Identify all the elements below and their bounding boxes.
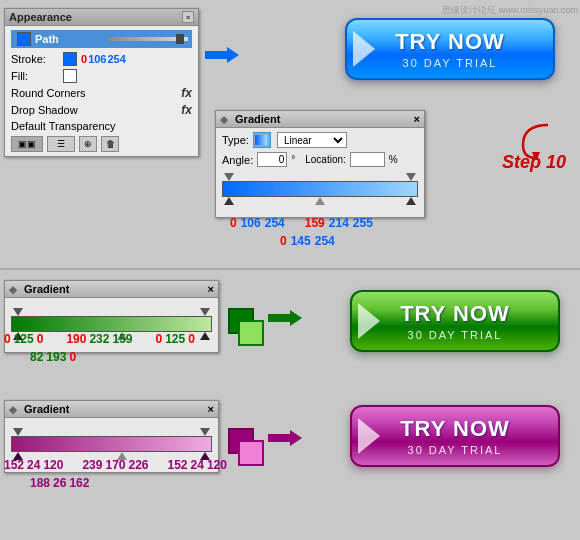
appearance-title: Appearance xyxy=(9,11,72,23)
gradient-top-close-btn[interactable]: × xyxy=(414,113,420,125)
gn-193: 193 xyxy=(46,350,66,364)
stroke-106: 106 xyxy=(88,53,106,65)
pk-226: 226 xyxy=(128,458,148,472)
deg-symbol: ° xyxy=(291,154,295,165)
stop-top-right[interactable] xyxy=(406,173,416,181)
location-label: Location: xyxy=(305,154,346,165)
angle-label: Angle: xyxy=(222,154,253,166)
gradient-pink-title: Gradient xyxy=(24,403,69,415)
gradient-type-row: Type: Linear xyxy=(222,132,418,148)
pk-120b: 120 xyxy=(207,458,227,472)
trans-icon-btn[interactable]: ⊕ xyxy=(79,136,97,152)
fill-row: Fill: xyxy=(11,69,192,83)
fill-color-swatch[interactable] xyxy=(63,69,77,83)
stop-bot-left[interactable] xyxy=(224,197,234,205)
arrow-green xyxy=(268,308,303,330)
transparency-controls: ▣▣ ☰ ⊕ 🗑 xyxy=(11,136,192,152)
pink-square-icon-front xyxy=(238,440,264,466)
svg-marker-3 xyxy=(268,430,302,446)
color-nums-bottom-mid: 0 145 254 xyxy=(280,234,335,248)
diamond-icon-green: ◆ xyxy=(9,284,17,295)
appearance-titlebar: Appearance × xyxy=(5,9,198,26)
try-now-green-button[interactable]: TRY NOW 30 DAY TRIAL xyxy=(350,290,560,352)
gradient-bar-green xyxy=(11,316,212,332)
stroke-row: Stroke: 0 106 254 xyxy=(11,52,192,66)
gradient-green-close-btn[interactable]: × xyxy=(208,283,214,295)
stop-green-top-left[interactable] xyxy=(13,308,23,316)
stroke-254: 254 xyxy=(107,53,125,65)
arrow-pink xyxy=(268,428,303,450)
drop-shadow-label: Drop Shadow xyxy=(11,104,78,116)
round-corners-label: Round Corners xyxy=(11,87,86,99)
stroke-zero: 0 xyxy=(81,53,87,65)
gradient-green-titlebar: ◆ Gradient × xyxy=(5,281,218,298)
color-nums-green-row2: 82 193 0 xyxy=(30,350,76,364)
default-transparency-label: Default Transparency xyxy=(11,120,192,132)
num-0-2: 0 xyxy=(280,234,287,248)
diamond-icon: ◆ xyxy=(220,114,228,125)
pk-152: 152 xyxy=(4,458,24,472)
try-now-green-text: TRY NOW xyxy=(400,301,510,327)
pk-24: 24 xyxy=(27,458,40,472)
gradient-bar-pink xyxy=(11,436,212,452)
appearance-body: Path Stroke: 0 106 254 Fill: Round Corn xyxy=(5,26,198,156)
gn-232: 232 xyxy=(89,332,109,346)
gradient-panel-top: ◆ Gradient × Type: Linear Angle: ° L xyxy=(215,110,425,218)
gradient-type-select[interactable]: Linear xyxy=(277,132,347,148)
num-145: 145 xyxy=(291,234,311,248)
svg-marker-2 xyxy=(268,310,302,326)
pk-120: 120 xyxy=(43,458,63,472)
path-opacity-slider[interactable] xyxy=(108,37,188,41)
round-corners-fx[interactable]: fx xyxy=(181,86,192,100)
stop-top-left[interactable] xyxy=(224,173,234,181)
green-square-icon-front xyxy=(238,320,264,346)
trial-green-text: 30 DAY TRIAL xyxy=(408,329,503,341)
stop-bot-mid[interactable] xyxy=(315,197,325,205)
bottom-section: ◆ Gradient × 0 125 0 xyxy=(0,270,580,540)
num-255: 255 xyxy=(353,216,373,230)
drop-shadow-fx[interactable]: fx xyxy=(181,103,192,117)
gradient-angle-row: Angle: ° Location: % xyxy=(222,152,418,167)
gradient-top-body: Type: Linear Angle: ° Location: % xyxy=(216,128,424,217)
num-254b: 254 xyxy=(315,234,335,248)
try-now-blue-button[interactable]: TRY NOW 30 DAY TRIAL xyxy=(345,18,555,80)
step-label: Step 10 xyxy=(502,152,566,173)
color-nums-bottom-left: 0 106 254 159 214 255 xyxy=(230,216,373,230)
trans-button-2[interactable]: ☰ xyxy=(47,136,75,152)
path-color-swatch[interactable] xyxy=(17,32,31,46)
num-254: 254 xyxy=(265,216,285,230)
num-159: 159 xyxy=(305,216,325,230)
gn-82: 82 xyxy=(30,350,43,364)
gn-0b: 0 xyxy=(37,332,44,346)
location-input[interactable] xyxy=(350,152,385,167)
stop-green-top-right[interactable] xyxy=(200,308,210,316)
gn-0c: 0 xyxy=(156,332,163,346)
pk-239: 239 xyxy=(82,458,102,472)
stroke-color-swatch[interactable] xyxy=(63,52,77,66)
gradient-pink-titlebar: ◆ Gradient × xyxy=(5,401,218,418)
trial-blue-text: 30 DAY TRIAL xyxy=(403,57,498,69)
stop-green-bot-right[interactable] xyxy=(200,332,210,340)
watermark-top: 思缘设计论坛 www.missyuan.com xyxy=(442,4,578,17)
gradient-pink-close-btn[interactable]: × xyxy=(208,403,214,415)
color-nums-pink-row1: 152 24 120 239 170 226 152 24 120 xyxy=(4,458,227,472)
gradient-bar-blue xyxy=(222,181,418,197)
try-now-pink-text: TRY NOW xyxy=(400,416,510,442)
slider-thumb xyxy=(176,34,184,44)
stop-bot-right[interactable] xyxy=(406,197,416,205)
pk-170: 170 xyxy=(105,458,125,472)
stop-pink-top-right[interactable] xyxy=(200,428,210,436)
angle-input[interactable] xyxy=(257,152,287,167)
appearance-close-button[interactable]: × xyxy=(182,11,194,23)
trans-button-1[interactable]: ▣▣ xyxy=(11,136,43,152)
drop-shadow-row: Drop Shadow fx xyxy=(11,103,192,117)
close-icon: × xyxy=(186,13,191,22)
num-0-1: 0 xyxy=(230,216,237,230)
try-now-pink-button[interactable]: TRY NOW 30 DAY TRIAL xyxy=(350,405,560,467)
gradient-top-titlebar: ◆ Gradient × xyxy=(216,111,424,128)
fill-label: Fill: xyxy=(11,70,61,82)
trans-delete-btn[interactable]: 🗑 xyxy=(101,136,119,152)
stop-pink-top-left[interactable] xyxy=(13,428,23,436)
path-row: Path xyxy=(11,30,192,48)
gn-190: 190 xyxy=(66,332,86,346)
